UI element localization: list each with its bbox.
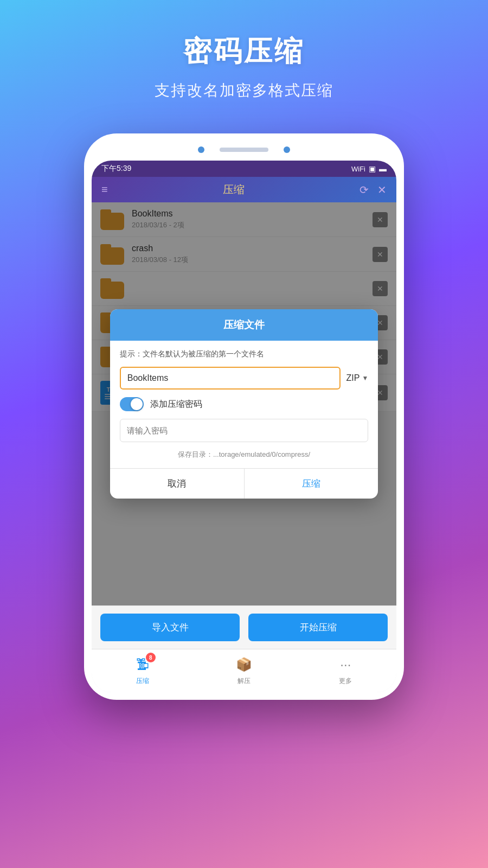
dialog-overlay: 压缩文件 提示：文件名默认为被压缩的第一个文件名 ZIP ▼: [92, 202, 396, 605]
phone-top: [92, 143, 396, 161]
menu-icon[interactable]: ≡: [101, 183, 108, 196]
compress-badge: 8: [146, 653, 156, 662]
decompress-tab-icon: 📦: [234, 655, 254, 674]
compress-tab-icon: 🗜 8: [133, 655, 152, 674]
status-bar: 下午5:39 WiFi ▣ ▬: [92, 161, 396, 177]
dialog-header: 压缩文件: [110, 309, 378, 341]
filename-input[interactable]: [120, 367, 341, 390]
format-select[interactable]: ZIP ▼: [346, 373, 368, 383]
tab-decompress[interactable]: 📦 解压: [193, 655, 294, 686]
phone-dot-right: [284, 146, 290, 153]
wifi-icon: WiFi: [351, 165, 365, 173]
cancel-button[interactable]: 取消: [110, 469, 245, 499]
start-compress-button[interactable]: 开始压缩: [248, 614, 388, 641]
tab-compress[interactable]: 🗜 8 压缩: [92, 655, 193, 686]
toggle-row: 添加压缩密码: [120, 397, 369, 411]
compress-dialog: 压缩文件 提示：文件名默认为被压缩的第一个文件名 ZIP ▼: [110, 309, 378, 499]
phone-dot-left: [198, 146, 204, 153]
chevron-down-icon: ▼: [362, 374, 368, 382]
password-input[interactable]: [120, 419, 369, 442]
format-label: ZIP: [346, 373, 359, 383]
sub-title: 支持改名加密多格式压缩: [11, 80, 477, 101]
battery-icon: ▣: [369, 164, 376, 173]
import-button[interactable]: 导入文件: [100, 614, 240, 641]
confirm-compress-button[interactable]: 压缩: [245, 469, 378, 499]
dialog-title: 压缩文件: [119, 318, 370, 332]
history-icon[interactable]: ⟳: [359, 183, 369, 196]
bottom-buttons: 导入文件 开始压缩: [92, 605, 396, 649]
toolbar-right: ⟳ ✕: [359, 183, 387, 196]
save-path: 保存目录：...torage/emulated/0/compress/: [120, 450, 369, 468]
file-list: BookItems 2018/03/16 - 2项 ✕ crash 2018/0…: [92, 202, 396, 605]
tab-more[interactable]: ··· 更多: [295, 655, 396, 686]
phone-wrapper: 下午5:39 WiFi ▣ ▬ ≡ 压缩 ⟳ ✕: [0, 133, 488, 700]
status-right: WiFi ▣ ▬: [351, 164, 387, 173]
status-time: 下午5:39: [101, 164, 131, 174]
toolbar-title: 压缩: [223, 182, 245, 197]
app-toolbar: ≡ 压缩 ⟳ ✕: [92, 177, 396, 202]
toggle-label: 添加压缩密码: [150, 399, 202, 410]
decompress-tab-label: 解压: [237, 676, 251, 686]
battery-full-icon: ▬: [379, 164, 387, 173]
phone-speaker: [220, 148, 268, 152]
password-toggle[interactable]: [120, 397, 144, 411]
phone-screen: 下午5:39 WiFi ▣ ▬ ≡ 压缩 ⟳ ✕: [92, 161, 396, 692]
dialog-body: 提示：文件名默认为被压缩的第一个文件名 ZIP ▼: [110, 341, 378, 468]
dialog-hint: 提示：文件名默认为被压缩的第一个文件名: [120, 349, 369, 359]
delete-icon[interactable]: ✕: [377, 183, 387, 196]
main-title: 密码压缩: [11, 33, 477, 71]
compress-tab-label: 压缩: [136, 676, 149, 686]
dialog-filename-row: ZIP ▼: [120, 367, 369, 390]
dialog-footer: 取消 压缩: [110, 468, 378, 499]
phone-frame: 下午5:39 WiFi ▣ ▬ ≡ 压缩 ⟳ ✕: [84, 133, 404, 700]
more-tab-label: 更多: [339, 676, 352, 686]
toggle-knob: [131, 398, 143, 410]
tab-bar: 🗜 8 压缩 📦 解压 ··· 更多: [92, 649, 396, 692]
header-section: 密码压缩 支持改名加密多格式压缩: [0, 0, 488, 117]
more-tab-icon: ···: [336, 655, 355, 674]
